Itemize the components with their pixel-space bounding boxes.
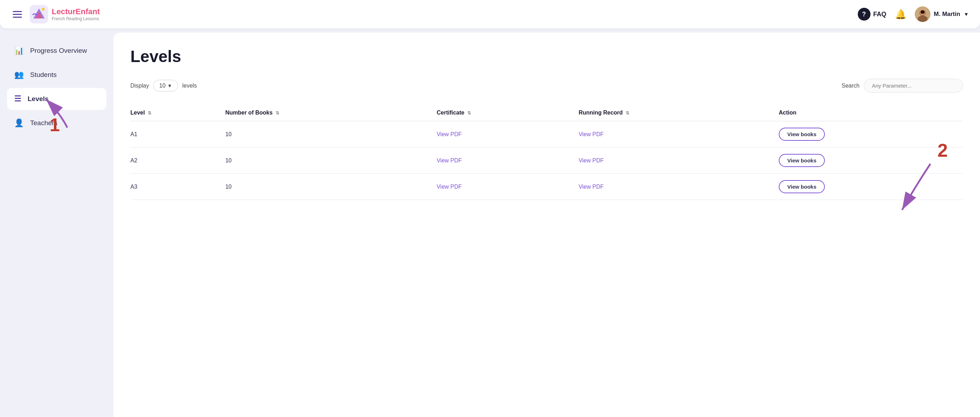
chevron-down-icon: ▼	[964, 11, 969, 17]
teachers-icon: 👤	[14, 118, 24, 128]
logo-subtitle: French Reading Lessons	[52, 16, 100, 21]
faq-button[interactable]: ? FAQ	[858, 8, 886, 21]
search-control: Search	[842, 79, 963, 93]
display-label: Display	[130, 83, 149, 89]
certificate-pdf-link[interactable]: View PDF	[436, 157, 461, 163]
search-label: Search	[842, 83, 859, 89]
sort-icon-books[interactable]: ⇅	[276, 111, 279, 116]
logo-text: LecturEnfant French Reading Lessons	[52, 7, 100, 22]
header: LecturEnfant French Reading Lessons ? FA…	[0, 0, 980, 28]
logo-prefix: Lectur	[52, 7, 75, 16]
sidebar-item-progress-label: Progress Overview	[30, 47, 87, 54]
sort-icon-cert[interactable]: ⇅	[467, 111, 471, 116]
logo-area: LecturEnfant French Reading Lessons	[30, 5, 100, 23]
sidebar-item-students-label: Students	[30, 71, 57, 79]
col-header-num-books: Number of Books ⇅	[225, 105, 437, 121]
header-left: LecturEnfant French Reading Lessons	[11, 5, 858, 23]
layout: 📊 Progress Overview 👥 Students ☰ Levels …	[0, 28, 980, 417]
table-body: A1 10 View PDF View PDF View books A2 10…	[130, 121, 963, 200]
certificate-pdf-link[interactable]: View PDF	[436, 184, 461, 190]
display-value: 10	[159, 83, 165, 89]
logo-suffix: nfant	[81, 7, 100, 16]
cell-certificate: View PDF	[436, 147, 579, 174]
cell-action: View books	[779, 147, 963, 174]
display-control: Display 10 ▾ levels	[130, 80, 197, 91]
display-select[interactable]: 10 ▾	[153, 80, 178, 91]
svg-point-8	[921, 10, 925, 14]
sidebar-item-teachers[interactable]: 👤 Teachers	[7, 112, 106, 134]
logo-highlight: E	[75, 7, 81, 16]
progress-icon: 📊	[14, 46, 24, 55]
search-input[interactable]	[864, 79, 963, 93]
cell-certificate: View PDF	[436, 121, 579, 147]
table-header: Level ⇅ Number of Books ⇅ Certificate ⇅ …	[130, 105, 963, 121]
cell-num-books: 10	[225, 174, 437, 200]
hamburger-button[interactable]	[11, 10, 23, 19]
view-books-button[interactable]: View books	[779, 180, 825, 193]
cell-action: View books	[779, 121, 963, 147]
levels-table: Level ⇅ Number of Books ⇅ Certificate ⇅ …	[130, 105, 963, 200]
bell-icon[interactable]: 🔔	[895, 9, 906, 20]
cell-num-books: 10	[225, 121, 437, 147]
levels-icon: ☰	[14, 94, 21, 104]
sidebar-item-progress[interactable]: 📊 Progress Overview	[7, 40, 106, 62]
cell-running-record: View PDF	[579, 121, 779, 147]
view-books-button[interactable]: View books	[779, 154, 825, 167]
view-books-button[interactable]: View books	[779, 128, 825, 141]
running-record-link[interactable]: View PDF	[579, 131, 604, 137]
col-header-level: Level ⇅	[130, 105, 225, 121]
cell-num-books: 10	[225, 147, 437, 174]
user-name: M. Martin	[934, 11, 961, 18]
logo-title: LecturEnfant	[52, 7, 100, 16]
avatar	[915, 6, 931, 22]
cell-level: A1	[130, 121, 225, 147]
table-row: A1 10 View PDF View PDF View books	[130, 121, 963, 147]
faq-icon: ?	[858, 8, 870, 21]
col-header-certificate: Certificate ⇅	[436, 105, 579, 121]
running-record-link[interactable]: View PDF	[579, 184, 604, 190]
controls-row: Display 10 ▾ levels Search	[130, 79, 963, 93]
cell-level: A2	[130, 147, 225, 174]
table-header-row: Level ⇅ Number of Books ⇅ Certificate ⇅ …	[130, 105, 963, 121]
col-header-running-record: Running Record ⇅	[579, 105, 779, 121]
cell-running-record: View PDF	[579, 174, 779, 200]
certificate-pdf-link[interactable]: View PDF	[436, 131, 461, 137]
col-header-action: Action	[779, 105, 963, 121]
display-suffix: levels	[182, 83, 197, 89]
faq-label: FAQ	[873, 11, 886, 18]
sidebar: 📊 Progress Overview 👥 Students ☰ Levels …	[0, 28, 113, 417]
svg-point-3	[42, 8, 45, 11]
dropdown-chevron-icon: ▾	[168, 82, 171, 89]
svg-point-6	[918, 16, 928, 22]
header-right: ? FAQ 🔔 M. Martin ▼	[858, 6, 969, 22]
sidebar-item-students[interactable]: 👥 Students	[7, 64, 106, 86]
cell-certificate: View PDF	[436, 174, 579, 200]
page-title: Levels	[130, 47, 963, 66]
students-icon: 👥	[14, 70, 24, 80]
running-record-link[interactable]: View PDF	[579, 157, 604, 163]
cell-action: View books	[779, 174, 963, 200]
sidebar-item-levels[interactable]: ☰ Levels	[7, 88, 106, 110]
main-content: Levels Display 10 ▾ levels Search L	[113, 33, 980, 417]
user-area[interactable]: M. Martin ▼	[915, 6, 969, 22]
cell-running-record: View PDF	[579, 147, 779, 174]
sort-icon-level[interactable]: ⇅	[148, 111, 151, 116]
table-row: A3 10 View PDF View PDF View books	[130, 174, 963, 200]
table-row: A2 10 View PDF View PDF View books	[130, 147, 963, 174]
sidebar-item-levels-label: Levels	[28, 95, 49, 103]
logo-icon	[30, 5, 48, 23]
sort-icon-rr[interactable]: ⇅	[626, 111, 629, 116]
cell-level: A3	[130, 174, 225, 200]
sidebar-item-teachers-label: Teachers	[30, 119, 57, 127]
